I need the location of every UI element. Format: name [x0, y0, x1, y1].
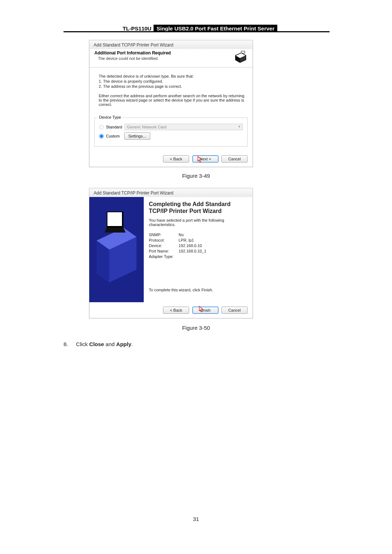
kv-row: Protocol:LPR, lp1 — [149, 238, 248, 242]
next-button[interactable]: Next > — [192, 155, 219, 163]
svg-rect-3 — [241, 51, 245, 53]
dialog-title: Add Standard TCP/IP Printer Port Wizard — [89, 188, 253, 197]
svg-marker-10 — [107, 212, 122, 226]
kv-row: Port Name:192.168.0.10_1 — [149, 249, 248, 253]
settings-button[interactable]: Settings... — [124, 132, 150, 140]
kv-row: Adapter Type: — [149, 254, 248, 259]
wizard-complete-desc: You have selected a port with the follow… — [149, 218, 248, 227]
finish-button[interactable]: Finish — [192, 307, 219, 314]
body-line: 1. The device is properly configured. — [99, 79, 246, 83]
back-button[interactable]: < Back — [163, 307, 189, 314]
body-line: 2. The address on the previous page is c… — [99, 84, 246, 89]
body-para: Either correct the address and perform a… — [99, 94, 246, 107]
cancel-button[interactable]: Cancel — [221, 155, 248, 163]
model-label: TL-PS110U — [123, 25, 154, 32]
figure-label: Figure 3-49 — [0, 173, 392, 179]
header-rule — [64, 31, 330, 32]
wizard-dialog-complete: Add Standard TCP/IP Printer Port Wizard … — [89, 188, 253, 319]
body-line: The detected device is of unknown type. … — [99, 74, 246, 78]
printer-icon — [234, 50, 248, 64]
wizard-complete-title: Completing the Add Standard TCP/IP Print… — [149, 201, 248, 214]
device-dropdown[interactable]: Generic Network Card — [124, 124, 243, 130]
radio-standard[interactable] — [99, 125, 104, 130]
kv-row: SNMP:No — [149, 233, 248, 237]
kv-row: Device:192.168.0.10 — [149, 243, 248, 248]
wizard-finish-text: To complete this wizard, click Finish. — [149, 288, 248, 292]
device-type-group: Device Type Standard Generic Network Car… — [94, 118, 248, 147]
radio-custom-label: Custom — [106, 134, 120, 138]
instruction-step: 8. Click Close and Apply. — [64, 341, 133, 347]
wizard-dialog-port-info: Add Standard TCP/IP Printer Port Wizard … — [89, 40, 253, 167]
dialog-title: Add Standard TCP/IP Printer Port Wizard — [89, 40, 253, 49]
dialog-header: Additional Port Information Required The… — [89, 49, 253, 67]
back-button[interactable]: < Back — [163, 155, 189, 163]
figure-label: Figure 3-50 — [0, 325, 392, 331]
page-number: 31 — [0, 516, 392, 522]
dialog-button-row: < Back Next > Cancel — [89, 151, 253, 167]
radio-custom[interactable] — [99, 134, 104, 139]
dialog-body: The detected device is of unknown type. … — [89, 67, 253, 110]
wizard-sidebar-image — [89, 197, 144, 302]
svg-marker-11 — [105, 227, 126, 233]
cursor-icon — [199, 306, 204, 312]
radio-standard-label: Standard — [106, 125, 122, 129]
step-number: 8. — [64, 341, 74, 347]
dialog-heading: Additional Port Information Required — [94, 50, 234, 56]
dialog-button-row: < Back Finish Cancel — [89, 302, 253, 318]
dialog-subheading: The device could not be identified. — [94, 56, 234, 61]
cancel-button[interactable]: Cancel — [221, 307, 248, 314]
cursor-icon — [197, 156, 203, 163]
group-title: Device Type — [98, 115, 122, 119]
